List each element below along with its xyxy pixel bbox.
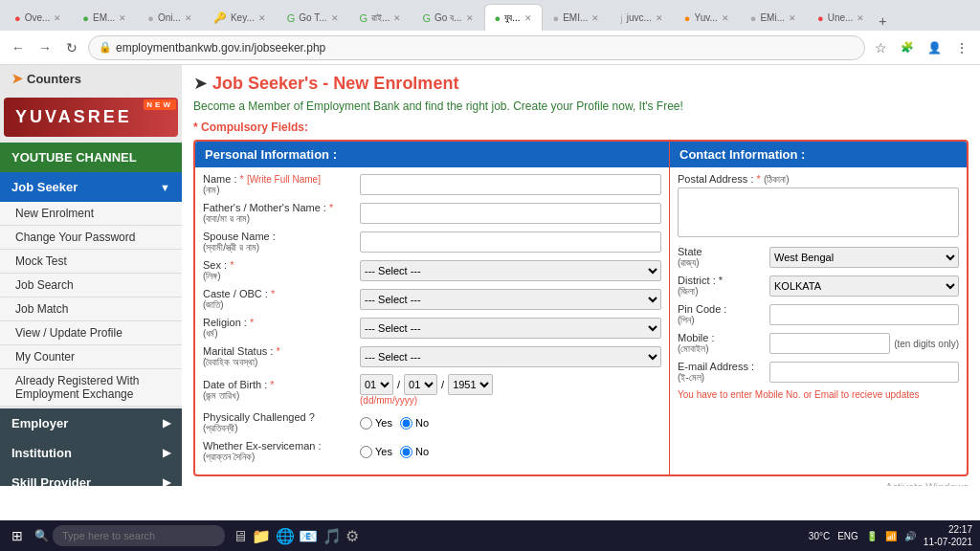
email-input[interactable]	[769, 362, 959, 383]
caste-row: Caste / OBC : * (জাতি) --- Select ---	[203, 288, 661, 311]
marital-select[interactable]: --- Select ---	[360, 346, 661, 367]
sidebar: ➤ Counters YUVASREE NEW YOUTUBE CHANNEL …	[0, 65, 182, 486]
name-label: Name : * [Write Full Name] (নাম)	[203, 173, 356, 196]
physically-yes-label: Yes	[360, 417, 392, 430]
contact-info-section: Contact Information : Postal Address : *…	[670, 142, 967, 474]
employer-chevron: ▶	[163, 417, 170, 430]
sidebar-item-mock-test[interactable]: Mock Test	[0, 250, 182, 274]
email-row: E-mail Address : (ই-মেল)	[678, 361, 959, 384]
district-row: District : * (জিলা) KOLKATA	[678, 275, 959, 298]
tab-0[interactable]: ● Ove... ✕	[4, 4, 72, 31]
forward-button[interactable]: →	[34, 37, 56, 58]
tab-12[interactable]: ● Une... ✕	[807, 4, 875, 31]
sex-label: Sex : * (লিঙ্গ)	[203, 259, 356, 282]
sidebar-item-already-registered[interactable]: Already Registered With Employment Excha…	[0, 369, 182, 407]
district-select[interactable]: KOLKATA	[769, 276, 959, 297]
name-row: Name : * [Write Full Name] (নাম)	[203, 173, 661, 196]
religion-select[interactable]: --- Select ---	[360, 318, 661, 339]
youtube-label: YOUTUBE CHANNEL	[11, 150, 137, 165]
postal-row: Postal Address : * (ঠিকানা)	[678, 173, 959, 240]
lock-icon: 🔒	[99, 41, 112, 54]
personal-info-label: Personal Information :	[205, 147, 337, 162]
contact-body: Postal Address : * (ঠিকানা)	[670, 167, 967, 406]
institution-chevron: ▶	[163, 447, 170, 459]
physically-yes-radio[interactable]	[360, 417, 372, 430]
job-seeker-label: Job Seeker	[11, 180, 78, 194]
email-label: E-mail Address : (ই-মেল)	[678, 361, 764, 384]
physically-radios: Yes No	[360, 417, 429, 430]
sidebar-item-counters[interactable]: ➤ Counters	[0, 65, 182, 92]
tab-7[interactable]: ● যুব... ✕	[484, 4, 543, 31]
skill-label: Skill Provider	[11, 475, 91, 486]
mobile-input[interactable]	[769, 333, 890, 354]
state-label: State (রাজ্য)	[678, 246, 764, 269]
spouse-row: Spouse Name : (স্বামী/স্ত্রী র নাম)	[203, 231, 661, 253]
contact-info-header: Contact Information :	[670, 142, 967, 167]
sidebar-item-view-update-profile[interactable]: View / Update Profile	[0, 321, 182, 345]
sidebar-item-job-search[interactable]: Job Search	[0, 274, 182, 298]
postal-address-input[interactable]	[678, 187, 959, 237]
sex-select[interactable]: --- Select --- Male Female Other	[360, 260, 661, 281]
ex-no-radio[interactable]	[400, 446, 412, 458]
youtube-channel-header[interactable]: YOUTUBE CHANNEL	[0, 143, 182, 172]
address-bar[interactable]: 🔒 employmentbankwb.gov.in/jobseeker.php	[88, 35, 865, 60]
dob-hint: (dd/mm/yyyy)	[360, 395, 493, 406]
ex-serviceman-row: Whether Ex-serviceman : (প্রাক্তন সৈনিক)…	[203, 440, 661, 463]
tab-11[interactable]: ● EMi... ✕	[740, 4, 807, 31]
new-tab-button[interactable]: +	[875, 11, 890, 31]
tab-5[interactable]: G রাই... ✕	[349, 4, 412, 31]
reload-button[interactable]: ↻	[61, 37, 82, 58]
postal-label: Postal Address : * (ঠিকানা)	[678, 173, 959, 186]
skill-provider-header[interactable]: Skill Provider ▶	[0, 468, 182, 486]
job-seeker-header[interactable]: Job Seeker ▼	[0, 172, 182, 202]
dob-fields: 0102030405 / 010203 / 19511952	[360, 374, 493, 406]
state-select[interactable]: West Bengal	[769, 247, 959, 268]
physically-no-label: No	[400, 417, 429, 430]
tab-6[interactable]: G Go ব... ✕	[412, 4, 483, 31]
tab-2[interactable]: ● Oni... ✕	[137, 4, 203, 31]
contact-info-label: Contact Information :	[679, 147, 805, 162]
menu-button[interactable]: ⋮	[951, 38, 972, 57]
caste-select[interactable]: --- Select ---	[360, 289, 661, 310]
sidebar-item-my-counter[interactable]: My Counter	[0, 345, 182, 369]
tab-9[interactable]: j juvc... ✕	[610, 4, 674, 31]
tab-4[interactable]: G Go T... ✕	[277, 4, 349, 31]
back-button[interactable]: ←	[8, 37, 29, 58]
ex-yes-label: Yes	[360, 446, 392, 458]
dob-year-select[interactable]: 19511952	[448, 374, 493, 395]
employer-header[interactable]: Employer ▶	[0, 408, 182, 438]
sidebar-item-job-match[interactable]: Job Match	[0, 298, 182, 321]
state-row: State (রাজ্য) West Bengal	[678, 246, 959, 269]
page-title-highlight: New Enrolment	[333, 74, 458, 93]
tab-1[interactable]: ● EM... ✕	[72, 4, 137, 31]
yuvasree-banner[interactable]: YUVASREE NEW	[4, 98, 178, 137]
dob-row: Date of Birth : * (জন্ম তারিখ) 010203040…	[203, 374, 661, 406]
spouse-input[interactable]	[360, 231, 661, 253]
institution-header[interactable]: Institution ▶	[0, 438, 182, 468]
tab-3[interactable]: 🔑 Key... ✕	[203, 4, 277, 31]
dob-label: Date of Birth : * (জন্ম তারিখ)	[203, 379, 356, 402]
ex-yes-radio[interactable]	[360, 446, 372, 458]
bookmark-button[interactable]: ☆	[871, 38, 891, 57]
religion-label: Religion : * (ধর্ম)	[203, 317, 356, 340]
ex-serviceman-radios: Yes No	[360, 446, 429, 458]
dob-day-select[interactable]: 0102030405	[360, 374, 393, 395]
employer-label: Employer	[11, 416, 68, 430]
name-input[interactable]	[360, 174, 661, 195]
extension-button[interactable]: 🧩	[897, 39, 918, 55]
mobile-hint: (ten digits only)	[894, 339, 959, 349]
father-row: Father's / Mother's Name : * (বাবা/মা র …	[203, 202, 661, 225]
physically-no-radio[interactable]	[400, 417, 412, 430]
sidebar-item-change-password[interactable]: Change Your Password	[0, 226, 182, 250]
profile-button[interactable]: 👤	[924, 39, 946, 56]
mobile-label: Mobile : (মোবাইল)	[678, 332, 764, 355]
skill-chevron: ▶	[163, 476, 170, 486]
pincode-input[interactable]	[769, 304, 959, 325]
dob-month-select[interactable]: 010203	[404, 374, 437, 395]
tab-10[interactable]: ● Yuv... ✕	[674, 4, 740, 31]
sidebar-item-new-enrolment[interactable]: New Enrolment	[0, 202, 182, 226]
tab-8[interactable]: ● EMI... ✕	[543, 4, 611, 31]
father-input[interactable]	[360, 203, 661, 224]
physically-label: Physically Challenged ? (প্রতিবন্ধী)	[203, 411, 356, 434]
personal-info-header: Personal Information :	[195, 142, 669, 167]
